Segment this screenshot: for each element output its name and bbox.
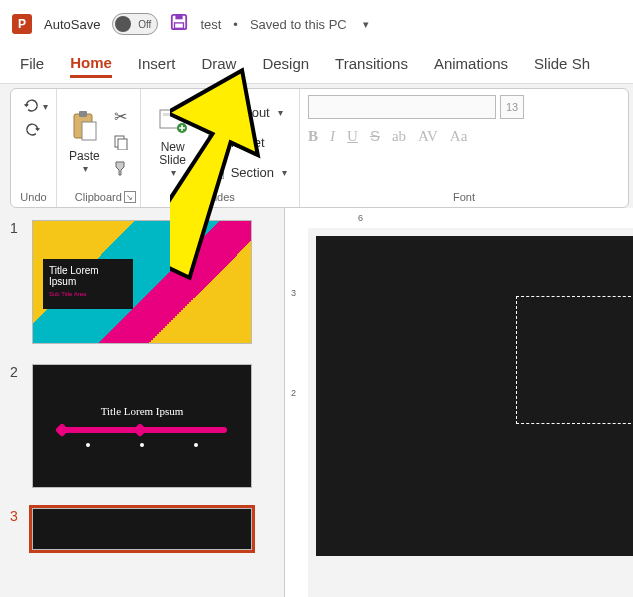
tab-draw[interactable]: Draw [201, 55, 236, 76]
svg-rect-14 [217, 112, 222, 117]
autosave-label: AutoSave [44, 17, 100, 32]
save-status: Saved to this PC [250, 17, 347, 32]
group-label-undo: Undo [20, 189, 46, 205]
new-slide-button[interactable]: New Slide ▾ [149, 104, 197, 180]
ruler-tick: 2 [291, 388, 296, 398]
font-name-select[interactable] [308, 95, 496, 119]
format-painter-button[interactable] [110, 157, 132, 179]
thumb-number: 2 [10, 364, 22, 488]
undo-dropdown[interactable]: ▾ [43, 101, 48, 112]
thumb1-subtitle: Sub Title Area [49, 291, 127, 297]
svg-rect-4 [79, 111, 87, 117]
svg-rect-7 [118, 139, 127, 150]
strike-button[interactable]: S [370, 127, 380, 145]
redo-button[interactable] [23, 119, 45, 141]
ruler-tick: 3 [291, 288, 296, 298]
svg-rect-12 [210, 107, 222, 110]
slide-canvas-area[interactable]: 6 [308, 208, 633, 597]
group-clipboard: Paste ▾ ✂ Clipboard ↘ [57, 89, 141, 207]
slide-thumbnail-1[interactable]: Title Lorem IpsumSub Title Area [32, 220, 252, 344]
ruler-tick: 6 [358, 213, 363, 223]
tab-slideshow[interactable]: Slide Sh [534, 55, 590, 76]
undo-button[interactable] [19, 95, 41, 117]
italic-button[interactable]: I [330, 128, 335, 145]
thumbnail-row: 3 [10, 508, 274, 550]
svg-rect-18 [208, 173, 224, 179]
title-bar: P AutoSave Off test • Saved to this PC ▾ [0, 0, 633, 48]
section-label: Section [231, 165, 274, 180]
tab-home[interactable]: Home [70, 54, 112, 78]
horizontal-ruler: 6 [308, 208, 633, 228]
slide-thumbnail-2[interactable]: Title Lorem Ipsum [32, 364, 252, 488]
change-case-button[interactable]: Aa [450, 128, 468, 145]
svg-rect-15 [208, 135, 224, 149]
clipboard-launcher[interactable]: ↘ [124, 191, 136, 203]
bold-button[interactable]: B [308, 128, 318, 145]
group-label-slides: Slides [205, 189, 235, 205]
thumb-number: 3 [10, 508, 22, 550]
reset-icon [207, 133, 225, 151]
svg-rect-1 [176, 15, 183, 19]
svg-rect-9 [163, 113, 181, 116]
section-icon [207, 163, 225, 181]
group-label-font: Font [453, 189, 475, 205]
tab-file[interactable]: File [20, 55, 44, 76]
slide-thumbnail-3[interactable] [32, 508, 252, 550]
section-button[interactable]: Section▾ [203, 161, 291, 183]
workspace: 1 Title Lorem IpsumSub Title Area 2 Titl… [0, 208, 633, 597]
thumb1-title: Title Lorem Ipsum [49, 265, 99, 287]
thumbnail-row: 2 Title Lorem Ipsum [10, 364, 274, 488]
ribbon: ▾ Undo Paste ▾ ✂ Clipboard ↘ Ne [10, 88, 629, 208]
paste-icon [70, 110, 98, 149]
thumb2-title: Title Lorem Ipsum [101, 405, 184, 417]
ribbon-tabs: File Home Insert Draw Design Transitions… [0, 48, 633, 84]
char-spacing-button[interactable]: AV [418, 128, 438, 145]
paste-dropdown-icon: ▾ [83, 163, 88, 174]
paste-label: Paste [69, 149, 100, 163]
reset-label: Reset [231, 135, 265, 150]
svg-rect-17 [208, 165, 224, 171]
shadow-button[interactable]: ab [392, 128, 406, 145]
svg-rect-13 [210, 112, 215, 117]
svg-rect-5 [82, 122, 96, 140]
powerpoint-app-icon: P [12, 14, 32, 34]
thumb2-dots [86, 443, 198, 447]
slide-thumbnail-panel[interactable]: 1 Title Lorem IpsumSub Title Area 2 Titl… [0, 208, 284, 597]
tab-insert[interactable]: Insert [138, 55, 176, 76]
tab-transitions[interactable]: Transitions [335, 55, 408, 76]
new-slide-icon [158, 106, 188, 141]
thumb-number: 1 [10, 220, 22, 344]
new-slide-label: New Slide [153, 141, 193, 167]
group-slides: New Slide ▾ Layout▾ Reset Section▾ Slide… [141, 89, 300, 207]
title-separator: • [233, 17, 238, 32]
content-placeholder[interactable] [516, 296, 633, 424]
slide-canvas[interactable] [316, 236, 633, 556]
reset-button[interactable]: Reset [203, 131, 269, 153]
group-font: 13 B I U S ab AV Aa Font [300, 89, 628, 207]
thumb2-timeline [57, 427, 227, 433]
new-slide-dropdown-icon: ▾ [171, 167, 176, 178]
cut-button[interactable]: ✂ [110, 105, 132, 127]
vertical-ruler: 3 2 [284, 208, 308, 597]
svg-rect-2 [175, 23, 184, 28]
group-undo: ▾ Undo [11, 89, 57, 207]
paste-button[interactable]: Paste ▾ [65, 108, 104, 176]
toggle-state: Off [138, 19, 151, 30]
tab-animations[interactable]: Animations [434, 55, 508, 76]
copy-button[interactable] [110, 131, 132, 153]
autosave-toggle[interactable]: Off [112, 13, 158, 35]
toggle-knob [115, 16, 131, 32]
chevron-down-icon[interactable]: ▾ [363, 18, 369, 31]
group-label-clipboard: Clipboard [75, 189, 122, 205]
font-size-select[interactable]: 13 [500, 95, 524, 119]
thumbnail-row: 1 Title Lorem IpsumSub Title Area [10, 220, 274, 344]
layout-button[interactable]: Layout▾ [203, 101, 287, 123]
layout-icon [207, 103, 225, 121]
tab-design[interactable]: Design [262, 55, 309, 76]
underline-button[interactable]: U [347, 128, 358, 145]
save-icon[interactable] [170, 13, 188, 35]
layout-label: Layout [231, 105, 270, 120]
svg-point-16 [210, 137, 214, 141]
document-name[interactable]: test [200, 17, 221, 32]
